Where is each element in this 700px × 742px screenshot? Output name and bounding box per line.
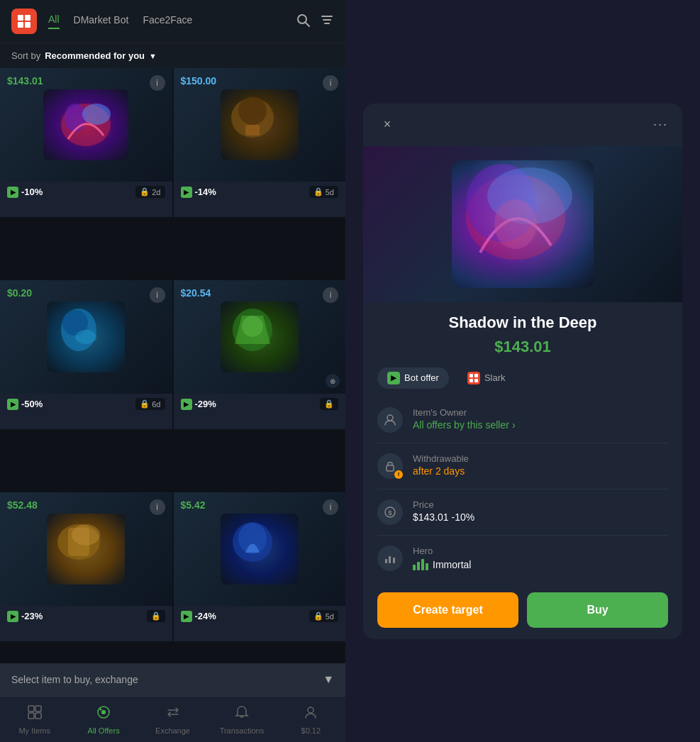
sort-chevron-icon[interactable]: ▼ (149, 52, 157, 60)
list-item[interactable]: $150.00 i ▶ -14% 🔒 5d (174, 68, 346, 217)
item-thumbnail (221, 514, 299, 585)
hero-bar (421, 559, 424, 570)
item-thumbnail (43, 89, 128, 160)
create-target-button[interactable]: Create target (377, 592, 518, 628)
bottom-nav-transactions[interactable]: Transactions (207, 699, 276, 741)
svg-point-34 (466, 164, 537, 242)
item-discount: ▶ -23% (7, 611, 43, 622)
dmarket-icon: ▶ (181, 187, 192, 198)
item-thumbnail (221, 301, 299, 372)
hero-icon (377, 546, 403, 571)
search-icon[interactable] (296, 13, 310, 31)
sort-prefix: Sort by (11, 50, 40, 61)
detail-row-withdrawable: ! Withdrawable after 2 days (377, 443, 668, 489)
svg-point-36 (494, 199, 537, 249)
bottom-nav: My Items All Offers Exchange (0, 696, 345, 742)
all-offers-icon (96, 704, 111, 724)
item-footer: ▶ -29% 🔒 (174, 394, 346, 414)
svg-rect-47 (393, 558, 395, 563)
bottom-nav-all-offers[interactable]: All Offers (69, 699, 138, 741)
svg-rect-42 (387, 465, 394, 471)
list-item[interactable]: $52.48 i ▶ -23% 🔒 (0, 492, 172, 641)
withdrawable-value: after 2 days (413, 465, 668, 477)
owner-label: Item's Owner (413, 407, 668, 418)
game-tab-icon (467, 372, 480, 384)
select-item-bar[interactable]: Select item to buy, exchange ▼ (0, 663, 345, 696)
close-button[interactable]: × (377, 115, 397, 135)
app-logo (11, 9, 37, 34)
items-grid: $143.01 i ▶ -10% 🔒 2d (0, 68, 345, 703)
lock-badge: 🔒 5d (309, 186, 338, 198)
item-thumbnail (47, 301, 125, 372)
bottom-nav-exchange[interactable]: Exchange (138, 699, 207, 741)
list-item[interactable]: $0.20 i ▶ -50% 🔒 6d (0, 280, 172, 429)
item-image-container: $143.01 i (0, 68, 172, 182)
bottom-nav-my-items[interactable]: My Items (0, 699, 69, 741)
tab-slark[interactable]: Slark (457, 367, 516, 389)
filter-icon[interactable] (320, 13, 334, 31)
item-detail-modal: × ··· Shadow in the Deep $143.01 ▶ Bot (363, 104, 682, 639)
lock-icon: ! (377, 453, 403, 479)
owner-link[interactable]: All offers by this seller › (413, 419, 668, 431)
item-info-button[interactable]: i (150, 75, 165, 91)
tab-all[interactable]: All (48, 13, 60, 29)
dmarket-icon: ▶ (7, 187, 18, 198)
buy-button[interactable]: Buy (527, 592, 668, 628)
item-info-button[interactable]: i (323, 75, 338, 91)
all-offers-label: All Offers (88, 726, 120, 735)
item-discount: ▶ -10% (7, 187, 43, 198)
item-info-button[interactable]: i (150, 499, 165, 515)
svg-point-4 (298, 15, 306, 23)
tab-bot-offer[interactable]: ▶ Bot offer (377, 367, 449, 389)
item-price: $150.00 (181, 75, 217, 87)
svg-rect-37 (470, 374, 473, 377)
svg-point-41 (387, 415, 393, 421)
svg-point-10 (65, 104, 86, 132)
svg-rect-28 (35, 713, 41, 719)
withdrawable-content: Withdrawable after 2 days (413, 453, 668, 477)
lock-badge: 🔒 5d (309, 610, 338, 622)
sort-bar: Sort by Recommended for you ▼ (0, 43, 345, 68)
item-info-button[interactable]: i (150, 287, 165, 303)
svg-point-30 (101, 710, 106, 714)
tab-dmarket-bot[interactable]: DMarket Bot (74, 14, 129, 28)
offer-tabs: ▶ Bot offer Slark (363, 367, 682, 397)
price-value: $143.01 -10% (413, 511, 668, 523)
sort-value[interactable]: Recommended for you (45, 50, 145, 61)
list-item[interactable]: $20.54 i ⊕ ▶ -29% 🔒 (174, 280, 346, 429)
tab-face2face[interactable]: Face2Face (143, 14, 192, 28)
list-item[interactable]: $143.01 i ▶ -10% 🔒 2d (0, 68, 172, 217)
withdrawable-label: Withdrawable (413, 453, 668, 464)
more-options-button[interactable]: ··· (653, 117, 668, 132)
svg-rect-39 (470, 379, 473, 382)
item-info-button[interactable]: i (323, 287, 338, 303)
modal-item-name: Shadow in the Deep (363, 302, 682, 335)
item-info-button[interactable]: i (323, 499, 338, 515)
modal-item-thumbnail (452, 160, 594, 288)
svg-point-17 (75, 330, 96, 344)
svg-point-13 (238, 96, 267, 125)
svg-rect-1 (25, 15, 30, 21)
modal-actions: Create target Buy (363, 581, 682, 639)
bell-icon (234, 704, 250, 724)
hero-content: Hero Immortal (413, 546, 668, 570)
list-item[interactable]: $5.42 i ▶ -24% 🔒 5d (174, 492, 346, 641)
hero-bar (417, 562, 420, 570)
item-price: $0.20 (7, 287, 32, 299)
steam-icon: ⊕ (326, 374, 340, 388)
item-image-container: $20.54 i ⊕ (174, 280, 346, 394)
bottom-nav-profile[interactable]: $0.12 (277, 699, 345, 741)
lock-badge: 🔒 6d (135, 398, 165, 410)
dmarket-icon: ▶ (181, 399, 192, 410)
item-footer: ▶ -50% 🔒 6d (0, 394, 172, 414)
top-nav: All DMarket Bot Face2Face (0, 0, 345, 43)
item-price: $5.42 (181, 499, 206, 511)
item-price: $52.48 (7, 499, 38, 511)
slark-label: Slark (484, 372, 506, 383)
nav-tabs: All DMarket Bot Face2Face (48, 13, 284, 29)
lock-badge: 🔒 2d (135, 186, 165, 198)
svg-point-19 (242, 316, 263, 337)
svg-rect-27 (28, 713, 34, 719)
svg-text:$: $ (388, 509, 391, 516)
svg-rect-38 (474, 374, 478, 377)
